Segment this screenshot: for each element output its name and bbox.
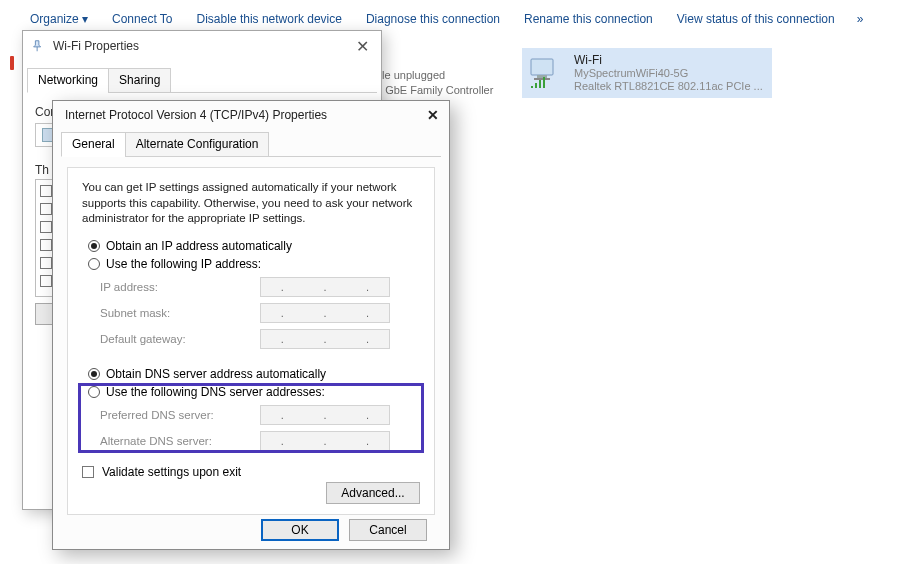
wifi-adapter-icon [528, 54, 566, 92]
default-gateway-label: Default gateway: [100, 333, 260, 345]
diagnose-button[interactable]: Diagnose this connection [354, 8, 512, 30]
properties-icon [31, 39, 45, 53]
background-sliver [10, 50, 18, 78]
bg-line1: ble unplugged [376, 68, 493, 83]
dns-group: Use the following DNS server addresses: … [82, 385, 420, 451]
radio-use-dns[interactable]: Use the following DNS server addresses: [88, 385, 420, 399]
checkbox-icon [82, 466, 94, 478]
rename-button[interactable]: Rename this connection [512, 8, 665, 30]
ipv4-footer: OK Cancel [53, 519, 449, 541]
radio-auto-dns-label: Obtain DNS server address automatically [106, 367, 326, 381]
alternate-dns-input: ... [260, 431, 390, 451]
advanced-button[interactable]: Advanced... [326, 482, 420, 504]
ip-address-label: IP address: [100, 281, 260, 293]
radio-use-ip-label: Use the following IP address: [106, 257, 261, 271]
radio-auto-ip[interactable]: Obtain an IP address automatically [88, 239, 420, 253]
ip-address-input: ... [260, 277, 390, 297]
subnet-mask-label: Subnet mask: [100, 307, 260, 319]
overflow-button[interactable]: » [847, 8, 876, 30]
radio-use-dns-label: Use the following DNS server addresses: [106, 385, 325, 399]
radio-use-ip[interactable]: Use the following IP address: [88, 257, 420, 271]
radio-icon [88, 368, 100, 380]
default-gateway-input: ... [260, 329, 390, 349]
wifi-adapter-tile[interactable]: Wi-Fi MySpectrumWiFi40-5G Realtek RTL882… [522, 48, 772, 98]
alternate-dns-label: Alternate DNS server: [100, 435, 260, 447]
radio-auto-ip-label: Obtain an IP address automatically [106, 239, 292, 253]
validate-label: Validate settings upon exit [102, 465, 241, 479]
adapter-status-text: ble unplugged e GbE Family Controller [376, 68, 493, 98]
ip-fields-group: IP address:... Subnet mask:... Default g… [100, 277, 420, 349]
svg-rect-1 [537, 75, 547, 78]
validate-checkbox-row[interactable]: Validate settings upon exit [82, 465, 420, 479]
view-status-button[interactable]: View status of this connection [665, 8, 847, 30]
wifi-props-title: Wi-Fi Properties [53, 39, 352, 53]
wifi-props-tabs: Networking Sharing [27, 67, 377, 93]
bg-line2: e GbE Family Controller [376, 83, 493, 98]
adapter-ssid: MySpectrumWiFi40-5G [574, 67, 763, 80]
radio-icon [88, 240, 100, 252]
organize-menu[interactable]: Organize ▾ [18, 8, 100, 30]
ipv4-titlebar[interactable]: Internet Protocol Version 4 (TCP/IPv4) P… [53, 101, 449, 129]
ipv4-content: You can get IP settings assigned automat… [67, 167, 435, 515]
radio-icon [88, 386, 100, 398]
subnet-mask-input: ... [260, 303, 390, 323]
svg-rect-0 [531, 59, 553, 75]
cancel-button[interactable]: Cancel [349, 519, 427, 541]
svg-rect-2 [534, 78, 550, 80]
disable-device-button[interactable]: Disable this network device [185, 8, 354, 30]
tab-alt-config[interactable]: Alternate Configuration [125, 132, 270, 157]
adapter-device: Realtek RTL8821CE 802.11ac PCIe ... [574, 80, 763, 93]
ipv4-title: Internet Protocol Version 4 (TCP/IPv4) P… [65, 108, 427, 122]
tab-sharing[interactable]: Sharing [108, 68, 171, 93]
ipv4-tabs: General Alternate Configuration [61, 131, 441, 157]
ok-button[interactable]: OK [261, 519, 339, 541]
preferred-dns-label: Preferred DNS server: [100, 409, 260, 421]
ipv4-description: You can get IP settings assigned automat… [82, 180, 420, 227]
tab-general[interactable]: General [61, 132, 126, 157]
close-icon[interactable]: ✕ [427, 107, 439, 123]
radio-icon [88, 258, 100, 270]
tab-networking[interactable]: Networking [27, 68, 109, 93]
adapter-name: Wi-Fi [574, 53, 763, 67]
connect-to-button[interactable]: Connect To [100, 8, 185, 30]
radio-auto-dns[interactable]: Obtain DNS server address automatically [88, 367, 420, 381]
close-icon[interactable]: ✕ [352, 37, 373, 56]
dns-fields-group: Preferred DNS server:... Alternate DNS s… [100, 405, 420, 451]
command-bar: Organize ▾ Connect To Disable this netwo… [18, 8, 894, 30]
adapter-text: Wi-Fi MySpectrumWiFi40-5G Realtek RTL882… [574, 53, 763, 94]
wifi-props-titlebar[interactable]: Wi-Fi Properties ✕ [23, 31, 381, 61]
ipv4-properties-dialog: Internet Protocol Version 4 (TCP/IPv4) P… [52, 100, 450, 550]
preferred-dns-input: ... [260, 405, 390, 425]
